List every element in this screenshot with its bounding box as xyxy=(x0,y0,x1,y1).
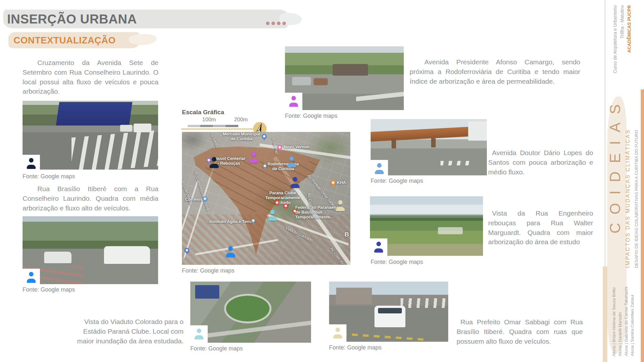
text-brasilio-itibere: Rua Brasílio Itiberé com a Rua Conselhei… xyxy=(23,184,158,213)
text-afonso-camargo: Avenida Presidente Afonso Camargo, sendo… xyxy=(410,57,580,86)
photo-engenheiro-reboucas xyxy=(370,196,483,256)
vehicle xyxy=(134,124,151,133)
sidebar-student-2: Aluna | Danielli Marodin xyxy=(617,312,623,356)
sidebar-warm-edge xyxy=(641,89,644,362)
marker-box xyxy=(371,160,388,177)
building xyxy=(195,285,219,299)
photo-source-caption: Fonte: Google maps xyxy=(23,173,75,180)
shopping-cart-pin-icon xyxy=(262,134,267,139)
vehicle xyxy=(120,125,132,132)
map-label-correios: Correios xyxy=(185,197,202,202)
sidebar-org: ACADÊMICAS PUCPR xyxy=(626,5,632,53)
stadium-field xyxy=(224,294,271,323)
sidebar-student-4: Aluna | Samira Colombes Zahoui xyxy=(630,295,635,356)
street-view-image xyxy=(371,119,487,175)
place-pin-icon xyxy=(251,218,256,223)
vehicle xyxy=(104,246,150,264)
viaduct-pillar xyxy=(431,138,436,147)
restaurant-pin-icon xyxy=(331,180,336,185)
vehicle xyxy=(292,77,311,85)
map-label-instituto-agua-terra: Instituto Água e Terra xyxy=(209,219,252,224)
photo-viaduct-dario-lopes xyxy=(371,119,487,175)
text-cruzamento: Cruzamento da Avenida Sete de Setembro c… xyxy=(23,58,158,96)
street-view-image xyxy=(329,282,448,342)
photo-brasilio-itibere xyxy=(23,216,158,284)
scale-tick-200m: 200m xyxy=(234,116,248,123)
photo-aerial-stadium xyxy=(190,282,311,343)
person-marker-magenta xyxy=(249,152,259,163)
map-label-kha: KHA xyxy=(337,181,346,185)
chevron-sign xyxy=(438,227,463,234)
road-markings xyxy=(440,161,471,165)
person-icon-lightblue xyxy=(374,163,384,174)
dot xyxy=(277,22,280,25)
map-label-mercado-municipal: Mercado Municipal de Curitiba xyxy=(222,132,261,142)
photo-source-caption: Fonte: Google maps xyxy=(371,259,423,265)
person-icon-magenta xyxy=(289,96,298,107)
person-marker-tan xyxy=(336,200,345,211)
stadium-pin-icon xyxy=(283,203,288,208)
marker-box xyxy=(23,269,40,286)
stadium-pin-icon xyxy=(275,200,279,205)
person-icon-indigo xyxy=(374,242,384,253)
marker-box xyxy=(23,155,40,172)
van-windshield xyxy=(378,308,402,313)
sidebar-challenge: DESAFIO DE IDEIAS COLABORATIVAS PARA A C… xyxy=(634,130,639,268)
building xyxy=(336,288,372,304)
person-icon-blue xyxy=(26,272,36,283)
map-label-novo-vernon: Novo Vernon xyxy=(284,145,309,150)
sidewalk xyxy=(356,92,404,101)
viaduct-pillar xyxy=(392,138,396,149)
person-icon-navy xyxy=(26,158,36,169)
aerial-image xyxy=(190,282,311,343)
photo-source-caption: Fonte: Google maps xyxy=(285,113,337,119)
marker-box xyxy=(190,325,208,343)
shopping-bag-pin-icon xyxy=(185,248,189,253)
blue-building xyxy=(56,102,133,125)
satellite-map: Mercado Municipal de Curitiba Novo Verno… xyxy=(182,132,350,265)
text-omar-sabbagi: Rua Prefeito Omar Sabbagi com Rua Brasíl… xyxy=(457,317,583,346)
person-marker-lightblue xyxy=(287,156,297,167)
photo-crossing-sete-setembro xyxy=(23,101,158,170)
scale-tick-100m: 100m xyxy=(202,116,216,123)
sidebar-course: Curso de Arquitetura e Urbanismo xyxy=(612,5,618,73)
dot xyxy=(266,22,270,25)
text-viaduto-colorado: Vista do Viaduto Colorado para o Estádio… xyxy=(72,317,184,346)
viaduct xyxy=(371,126,471,141)
person-icon-teal xyxy=(194,329,204,339)
person-marker-navy xyxy=(209,157,219,168)
mail-pin-icon xyxy=(203,196,207,201)
sidebar-student-3: Aluna | Gabriela do Carmo Takahashi xyxy=(623,287,629,356)
photo-street-van xyxy=(329,282,448,342)
photo-source-caption: Fonte: Google maps xyxy=(371,178,423,184)
person-marker-indigo xyxy=(290,177,300,188)
sidebar-tagline: IMPACTOS DAS MUDANÇAS CLIMÁTICAS xyxy=(625,129,631,268)
subtitle-band: CONTEXTUALIZAÇÃO xyxy=(8,32,140,48)
marker-box xyxy=(285,93,302,110)
tree-line xyxy=(370,215,483,221)
place-pin-icon xyxy=(262,163,267,168)
sidebar-brand-coideias: COIDEIAS xyxy=(607,96,623,234)
sidebar-beige-strip xyxy=(603,266,607,362)
photo-source-caption: Fonte: Google maps xyxy=(190,345,243,352)
crosswalk xyxy=(401,298,448,308)
photo-afonso-camargo xyxy=(285,46,404,110)
crosswalk xyxy=(71,130,158,170)
slide-canvas: INSERÇÃO URBANA CONTEXTUALIZAÇÃO Cruzame… xyxy=(0,0,644,362)
title-band: INSERÇÃO URBANA xyxy=(3,10,288,28)
sidebar-track: Trillha - Matutino xyxy=(619,5,625,39)
dot xyxy=(271,22,275,25)
dot xyxy=(282,22,286,25)
pavilion-building xyxy=(333,64,368,76)
map-label-b: B xyxy=(345,231,349,238)
page-title: INSERÇÃO URBANA xyxy=(7,10,137,28)
vehicle xyxy=(314,78,328,85)
street-view-image xyxy=(23,216,158,284)
scale-underline xyxy=(181,128,258,130)
sidebar-student-1: Aluna | Briani Helena de Souza Britto xyxy=(611,287,617,356)
photo-source-caption: Fonte: Google maps xyxy=(23,286,75,293)
person-icon-tan xyxy=(333,328,343,339)
map-label-parana-clube: Parana Clube Temporariamente fechado xyxy=(265,191,300,205)
map-rooftops-texture xyxy=(182,214,350,265)
page-subtitle: CONTEXTUALIZAÇÃO xyxy=(14,32,116,48)
